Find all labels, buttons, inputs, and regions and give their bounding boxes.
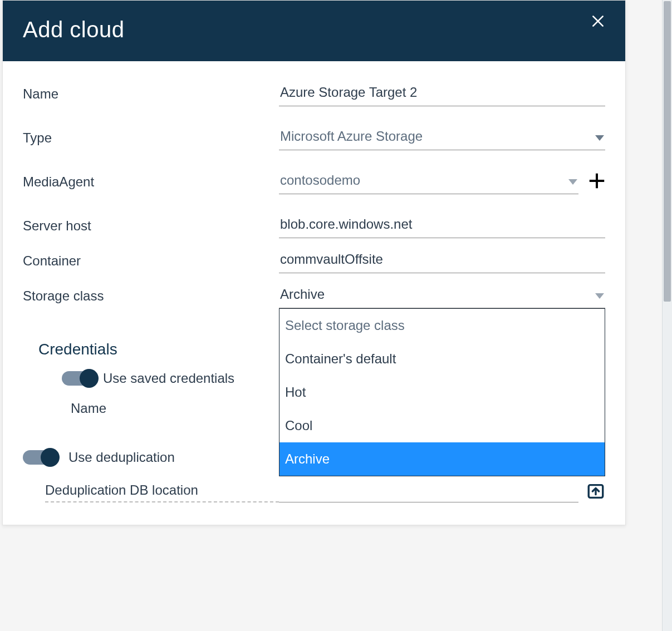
storageclass-option-placeholder[interactable]: Select storage class [279, 309, 605, 342]
serverhost-label: Server host [23, 218, 279, 234]
type-select-value: Microsoft Azure Storage [280, 129, 590, 144]
type-label: Type [23, 130, 279, 146]
storageclass-option-cool[interactable]: Cool [279, 409, 605, 442]
dedup-db-location-row: Deduplication DB location [45, 482, 605, 502]
browse-dedup-location-button[interactable] [586, 482, 605, 502]
svg-marker-6 [595, 293, 604, 299]
name-label: Name [23, 86, 279, 102]
close-button[interactable] [591, 14, 605, 30]
dialog-header: Add cloud [3, 1, 625, 61]
mediaagent-select[interactable]: contosodemo [279, 169, 578, 194]
type-select[interactable]: Microsoft Azure Storage [279, 125, 605, 150]
dedup-db-location-input[interactable] [279, 484, 578, 502]
name-input[interactable] [279, 81, 605, 106]
container-input[interactable] [279, 248, 605, 273]
use-dedup-label: Use deduplication [68, 450, 175, 465]
use-saved-credentials-toggle[interactable] [62, 371, 97, 386]
vertical-scrollbar[interactable] [662, 0, 672, 631]
mediaagent-select-value: contosodemo [280, 172, 563, 188]
use-dedup-toggle[interactable] [23, 450, 58, 465]
credentials-name-label: Name [71, 401, 106, 416]
storageclass-option-archive[interactable]: Archive [279, 442, 605, 476]
svg-marker-3 [568, 179, 577, 185]
toggle-knob [80, 369, 99, 388]
upload-icon [586, 494, 605, 502]
storageclass-label: Storage class [23, 288, 279, 304]
mediaagent-label: MediaAgent [23, 174, 279, 190]
storageclass-option-containers-default[interactable]: Container's default [279, 342, 605, 376]
svg-marker-2 [595, 135, 604, 141]
dialog-title: Add cloud [23, 17, 124, 42]
serverhost-input[interactable] [279, 213, 605, 238]
storageclass-select-value: Archive [280, 287, 590, 302]
storageclass-dropdown-panel: Select storage class Container's default… [279, 308, 605, 476]
container-label: Container [23, 253, 279, 269]
toggle-knob [41, 448, 60, 467]
dedup-db-location-label: Deduplication DB location [45, 482, 279, 502]
scrollbar-thumb[interactable] [664, 1, 671, 302]
chevron-down-icon [595, 287, 604, 302]
storageclass-select[interactable]: Archive [279, 283, 605, 308]
chevron-down-icon [595, 129, 604, 144]
add-mediaagent-button[interactable] [588, 172, 605, 191]
storageclass-option-hot[interactable]: Hot [279, 376, 605, 409]
close-icon [591, 22, 605, 30]
chevron-down-icon [568, 172, 577, 188]
use-saved-credentials-label: Use saved credentials [103, 371, 234, 386]
add-cloud-dialog: Add cloud Name Type Microsoft Azure Stor… [2, 0, 626, 525]
plus-icon [588, 183, 605, 191]
